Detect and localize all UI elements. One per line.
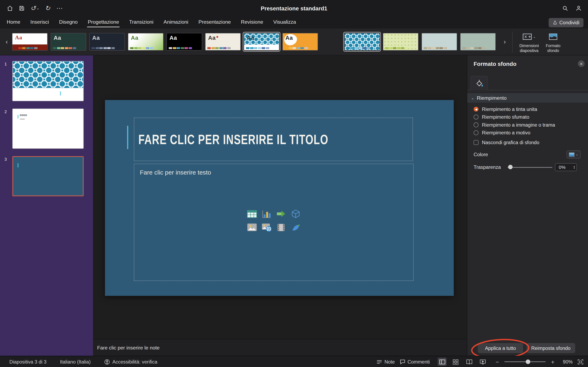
- transparency-slider[interactable]: [507, 167, 552, 168]
- chevron-down-icon: ⌄: [471, 96, 474, 100]
- share-icon: [553, 20, 557, 25]
- theme-thumbnail[interactable]: Aa: [167, 33, 202, 50]
- fill-option-solid[interactable]: Riempimento a tinta unita: [474, 106, 537, 112]
- format-background-button[interactable]: Formato sfondo: [541, 31, 565, 53]
- fill-section-header[interactable]: ⌄ Riempimento: [467, 93, 588, 103]
- theme-thumbnail[interactable]: Aa: [89, 33, 125, 50]
- insert-online-pictures-icon[interactable]: [261, 222, 272, 232]
- theme-thumbnail[interactable]: Aa: [12, 33, 48, 50]
- slide-number: 1: [4, 62, 7, 66]
- slider-thumb[interactable]: [508, 165, 513, 169]
- zoom-in-icon[interactable]: +: [550, 359, 555, 365]
- statusbar: Diapositiva 3 di 3 Italiano (Italia) Acc…: [0, 356, 588, 367]
- notes-toggle[interactable]: Note: [377, 359, 395, 365]
- insert-table-icon[interactable]: [246, 209, 258, 219]
- theme-thumbnail[interactable]: Aa: [51, 33, 86, 50]
- text-cursor: [60, 91, 61, 95]
- notes-icon: [377, 359, 382, 364]
- language-indicator[interactable]: Italiano (Italia): [60, 359, 91, 365]
- variant-thumbnail[interactable]: [460, 33, 496, 50]
- fill-bucket-icon: [475, 79, 484, 88]
- normal-view-button[interactable]: [438, 358, 447, 366]
- fill-tab[interactable]: [471, 76, 488, 90]
- titlebar: ↺⌄ ↻ ⋯ Presentazione standard1: [0, 0, 588, 17]
- slide-thumbnail-3-selected[interactable]: [12, 156, 84, 196]
- variant-thumbnail[interactable]: [383, 33, 418, 50]
- insert-chart-icon[interactable]: [261, 209, 272, 219]
- radio-selected-icon: [474, 107, 479, 111]
- zoom-out-icon[interactable]: −: [495, 359, 499, 365]
- tab-disegno[interactable]: Disegno: [59, 17, 78, 29]
- panel-tab-strip: [467, 76, 588, 90]
- theme-thumbnail[interactable]: Aa: [128, 33, 163, 50]
- account-icon[interactable]: [575, 5, 582, 12]
- title-accent-bar: [127, 126, 129, 149]
- text-cursor: [17, 163, 18, 167]
- variant-thumbnail-selected[interactable]: [344, 33, 380, 50]
- zoom-slider-thumb[interactable]: [526, 359, 530, 364]
- tab-home[interactable]: Home: [7, 17, 20, 29]
- fill-option-pattern[interactable]: Riempimento a motivo: [474, 129, 530, 136]
- content-placeholder[interactable]: Fare clic per inserire testo: [134, 164, 414, 281]
- format-background-icon: [549, 32, 558, 41]
- slide-number: 2: [4, 109, 7, 114]
- tab-presentazione[interactable]: Presentazione: [199, 17, 231, 29]
- background-color-picker[interactable]: ⌄: [567, 150, 580, 158]
- zoom-slider[interactable]: [504, 359, 545, 364]
- accessibility-icon: [104, 359, 110, 365]
- chevron-down-icon: ⌄: [533, 35, 536, 39]
- normal-view-icon: [439, 359, 445, 365]
- slide-sorter-view-button[interactable]: [451, 358, 460, 366]
- zoom-level[interactable]: 90%: [560, 359, 572, 365]
- slide-thumbnail-2[interactable]: DDDD: [12, 109, 84, 149]
- themes-scroll-right-icon[interactable]: ›: [502, 38, 508, 46]
- ribbon-separator: [512, 31, 513, 52]
- hide-background-graphics-checkbox[interactable]: Nascondi grafica di sfondo: [474, 139, 539, 146]
- notes-pane[interactable]: Fare clic per inserire le note: [93, 339, 467, 356]
- insert-smartart-icon[interactable]: [276, 209, 287, 219]
- color-row: Colore ⌄: [467, 150, 588, 159]
- slide-canvas[interactable]: FARE CLIC PER INSERIRE IL TITOLO Fare cl…: [105, 100, 454, 296]
- insert-3d-model-icon[interactable]: [290, 209, 301, 219]
- comments-toggle[interactable]: Commenti: [399, 359, 430, 365]
- slide-thumbnail-1[interactable]: [12, 61, 84, 101]
- thumbnail-body-line: [20, 119, 25, 119]
- tab-revisione[interactable]: Revisione: [241, 17, 263, 29]
- tab-visualizza[interactable]: Visualizza: [273, 17, 296, 29]
- slideshow-view-button[interactable]: [478, 358, 487, 366]
- slide-size-button[interactable]: ⌄ Dimensioni diapositiva: [517, 31, 541, 53]
- spin-down-icon[interactable]: ▼: [573, 167, 575, 169]
- themes-scroll-left-icon[interactable]: ‹: [4, 38, 9, 46]
- insert-stock-media-icon[interactable]: [290, 222, 301, 232]
- theme-thumbnail[interactable]: Aa: [205, 33, 241, 50]
- theme-thumbnail-selected[interactable]: Aa: [244, 33, 279, 50]
- theme-thumbnail[interactable]: Aa: [282, 33, 318, 50]
- fit-slide-to-window-icon[interactable]: [578, 359, 584, 365]
- reset-background-button[interactable]: Reimposta sfondo: [527, 343, 575, 353]
- tab-animazioni[interactable]: Animazioni: [164, 17, 188, 29]
- tab-progettazione[interactable]: Progettazione: [88, 17, 119, 29]
- share-button[interactable]: Condividi: [548, 18, 584, 27]
- format-background-panel: Formato sfondo ✕ ⌄ Riempimento Riempimen…: [467, 55, 588, 356]
- reading-view-button[interactable]: [465, 358, 474, 366]
- radio-icon: [474, 122, 479, 127]
- tab-transizioni[interactable]: Transizioni: [129, 17, 154, 29]
- transparency-value-stepper[interactable]: 0% ▲▼: [555, 163, 577, 171]
- fill-option-picture[interactable]: Riempimento a immagine o trama: [474, 121, 555, 128]
- accessibility-status[interactable]: Accessibilità: verifica: [104, 359, 157, 365]
- insert-video-icon[interactable]: [276, 222, 287, 232]
- apply-to-all-button[interactable]: Applica a tutto: [478, 343, 523, 353]
- slide-counter: Diapositiva 3 di 3: [9, 359, 47, 365]
- slide-size-icon: [522, 32, 532, 41]
- search-icon[interactable]: [562, 5, 568, 11]
- notes-placeholder: Fare clic per inserire le note: [97, 345, 160, 350]
- variant-thumbnail[interactable]: [421, 33, 457, 50]
- slideshow-icon: [479, 359, 486, 365]
- title-placeholder[interactable]: FARE CLIC PER INSERIRE IL TITOLO: [134, 118, 413, 161]
- insert-pictures-icon[interactable]: [246, 222, 258, 232]
- tab-inserisci[interactable]: Inserisci: [30, 17, 49, 29]
- close-icon[interactable]: ✕: [578, 60, 585, 67]
- theme-gallery: Aa Aa Aa Aa Aa Aa Aa Aa: [12, 33, 318, 50]
- reading-view-icon: [466, 359, 472, 365]
- fill-option-gradient[interactable]: Riempimento sfumato: [474, 114, 529, 120]
